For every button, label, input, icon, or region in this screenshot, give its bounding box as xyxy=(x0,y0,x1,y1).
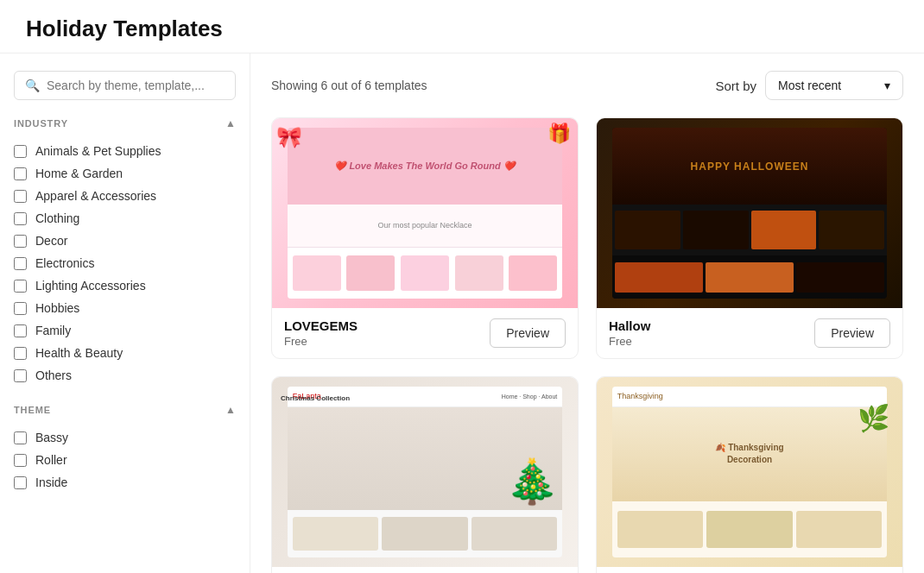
christmas-hero-text: Christmas Collection xyxy=(288,394,350,402)
industry-label-7: Hobbies xyxy=(35,301,79,315)
template-card-hallow: HAPPY HALLOWEEN xyxy=(596,117,903,359)
theme-label-0: Bassy xyxy=(35,431,68,444)
industry-item-9[interactable]: Health & Beauty xyxy=(14,342,236,364)
theme-section-title: THEME xyxy=(14,405,51,415)
template-thumb-christmas: FaLanta Home · Shop · About 🎄 Christmas … xyxy=(272,377,578,567)
industry-filter-section: INDUSTRY ▲ Animals & Pet Supplies Home &… xyxy=(14,117,236,387)
industry-checkbox-0[interactable] xyxy=(14,145,27,158)
thanksgiving-logo: Thanksgiving xyxy=(617,392,663,400)
theme-item-2[interactable]: Inside xyxy=(14,471,236,494)
search-box[interactable]: 🔍 xyxy=(14,71,236,100)
lovegems-decoration-right: 🎁 xyxy=(547,123,571,145)
page-body: 🔍 INDUSTRY ▲ Animals & Pet Supplies Home… xyxy=(0,54,924,573)
template-price-lovegems: Free xyxy=(284,335,358,348)
template-name-lovegems: LOVEGEMS xyxy=(284,318,358,333)
thanksgiving-hero-text: 🍂 ThanksgivingDecoration xyxy=(715,442,783,466)
thanksgiving-hero: 🍂 ThanksgivingDecoration 🌿 xyxy=(612,407,888,501)
industry-item-7[interactable]: Hobbies xyxy=(14,297,236,319)
template-info-lovegems: LOVEGEMS Free Preview xyxy=(272,308,578,358)
industry-checkbox-3[interactable] xyxy=(14,212,27,225)
hallow-products-row xyxy=(612,205,888,255)
lovegems-decoration-left: 🎀 xyxy=(276,125,302,149)
lovegems-products xyxy=(288,248,563,299)
industry-item-5[interactable]: Electronics xyxy=(14,252,236,274)
industry-item-0[interactable]: Animals & Pet Supplies xyxy=(14,140,236,162)
sort-area: Sort by Most recent ▾ xyxy=(715,71,903,100)
industry-checkbox-5[interactable] xyxy=(14,257,27,270)
theme-checkbox-2[interactable] xyxy=(14,476,27,489)
industry-checkbox-2[interactable] xyxy=(14,190,27,203)
industry-label-9: Health & Beauty xyxy=(35,346,123,360)
search-icon: 🔍 xyxy=(25,79,40,92)
theme-checkbox-1[interactable] xyxy=(14,454,27,467)
christmas-bottom xyxy=(288,510,563,557)
theme-checkbox-0[interactable] xyxy=(14,431,27,444)
industry-item-6[interactable]: Lighting Accessories xyxy=(14,274,236,297)
theme-label-2: Inside xyxy=(35,475,67,489)
industry-item-1[interactable]: Home & Garden xyxy=(14,162,236,185)
template-info-hallow: Hallow Free Preview xyxy=(597,308,902,358)
showing-count: Showing 6 out of 6 templates xyxy=(271,79,427,92)
theme-item-0[interactable]: Bassy xyxy=(14,426,236,449)
template-thumb-lovegems: ❤️ Love Makes The World Go Round ❤️ Our … xyxy=(272,118,578,308)
industry-item-10[interactable]: Others xyxy=(14,364,236,387)
main-toolbar: Showing 6 out of 6 templates Sort by Mos… xyxy=(271,71,903,100)
theme-item-1[interactable]: Roller xyxy=(14,449,236,471)
lovegems-subtitle: Our most popular Necklace xyxy=(288,205,563,248)
industry-checkbox-9[interactable] xyxy=(14,347,27,360)
sort-label: Sort by xyxy=(715,79,756,93)
hallow-title-text: HAPPY HALLOWEEN xyxy=(691,161,809,173)
page-header: Holiday Templates xyxy=(0,0,924,54)
template-card-thanksgiving: Thanksgiving 🍂 ThanksgivingDecoration 🌿 xyxy=(596,376,903,573)
sort-value: Most recent xyxy=(778,79,841,92)
page-title: Holiday Templates xyxy=(26,16,898,42)
christmas-nav-links: Home · Shop · About xyxy=(502,394,558,400)
industry-item-2[interactable]: Apparel & Accessories xyxy=(14,185,236,207)
industry-item-4[interactable]: Decor xyxy=(14,230,236,252)
christmas-hero: 🎄 Christmas Collection xyxy=(288,407,563,510)
template-thumb-hallow: HAPPY HALLOWEEN xyxy=(597,118,902,308)
industry-label-4: Decor xyxy=(35,234,67,248)
search-input[interactable] xyxy=(47,79,225,92)
industry-label-6: Lighting Accessories xyxy=(35,279,146,293)
industry-label-0: Animals & Pet Supplies xyxy=(35,144,161,158)
theme-label-1: Roller xyxy=(35,453,67,467)
lovegems-banner: ❤️ Love Makes The World Go Round ❤️ xyxy=(288,128,563,205)
industry-label-3: Clothing xyxy=(35,211,79,225)
industry-section-header[interactable]: INDUSTRY ▲ xyxy=(14,117,236,129)
template-name-hallow: Hallow xyxy=(609,318,650,333)
thanksgiving-wreath-icon: 🌿 xyxy=(858,403,887,433)
industry-checkbox-7[interactable] xyxy=(14,302,27,315)
industry-checkbox-1[interactable] xyxy=(14,167,27,180)
industry-item-3[interactable]: Clothing xyxy=(14,207,236,230)
industry-chevron-icon: ▲ xyxy=(225,117,236,129)
preview-button-hallow[interactable]: Preview xyxy=(814,318,890,348)
hallow-bottom-row xyxy=(612,255,888,299)
template-price-hallow: Free xyxy=(609,335,650,348)
theme-section-header[interactable]: THEME ▲ xyxy=(14,404,236,416)
sort-select[interactable]: Most recent ▾ xyxy=(765,71,903,100)
industry-label-5: Electronics xyxy=(35,256,94,270)
industry-label-8: Family xyxy=(35,324,71,337)
sidebar: 🔍 INDUSTRY ▲ Animals & Pet Supplies Home… xyxy=(0,54,250,573)
industry-item-8[interactable]: Family xyxy=(14,319,236,342)
industry-checkbox-6[interactable] xyxy=(14,280,27,293)
industry-checkbox-4[interactable] xyxy=(14,235,27,248)
page: Holiday Templates 🔍 INDUSTRY ▲ Animals &… xyxy=(0,0,924,573)
template-info-thanksgiving: Thanksgiving Free Preview xyxy=(597,567,902,573)
industry-section-title: INDUSTRY xyxy=(14,118,68,129)
template-card-christmas: FaLanta Home · Shop · About 🎄 Christmas … xyxy=(271,376,579,573)
sort-chevron-icon: ▾ xyxy=(884,79,890,92)
template-grid: ❤️ Love Makes The World Go Round ❤️ Our … xyxy=(271,117,903,573)
template-meta-hallow: Hallow Free xyxy=(609,318,650,348)
preview-button-lovegems[interactable]: Preview xyxy=(490,318,566,348)
template-meta-lovegems: LOVEGEMS Free xyxy=(284,318,358,348)
industry-label-1: Home & Garden xyxy=(35,167,123,180)
industry-filter-items: Animals & Pet Supplies Home & Garden App… xyxy=(14,140,236,387)
template-thumb-thanksgiving: Thanksgiving 🍂 ThanksgivingDecoration 🌿 xyxy=(597,377,902,567)
industry-checkbox-8[interactable] xyxy=(14,324,27,337)
thanksgiving-nav: Thanksgiving xyxy=(612,387,888,407)
industry-checkbox-10[interactable] xyxy=(14,369,27,382)
main-content: Showing 6 out of 6 templates Sort by Mos… xyxy=(250,54,924,573)
christmas-tree-icon: 🎄 xyxy=(505,457,559,507)
